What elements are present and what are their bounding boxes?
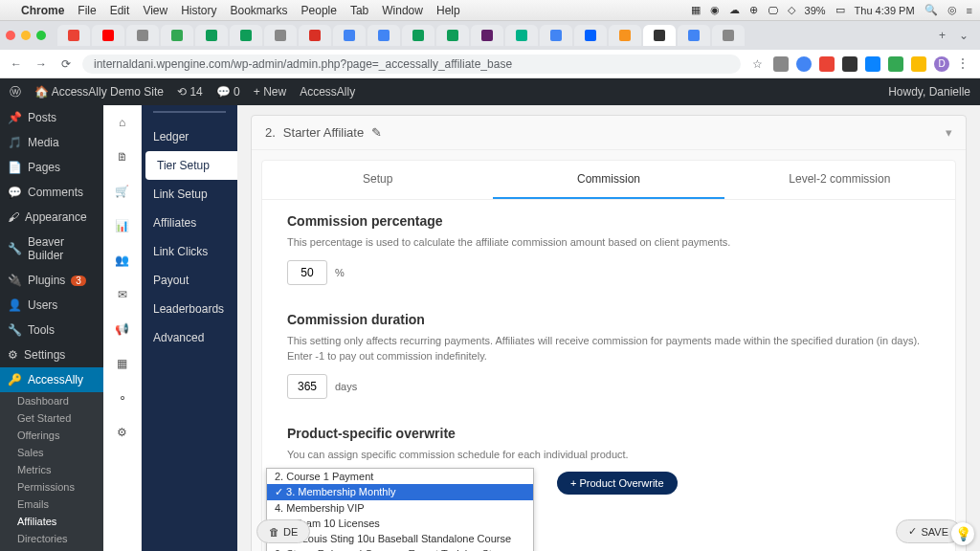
pluginnav-tier-setup[interactable]: Tier Setup <box>145 151 237 180</box>
sidebar-item-comments[interactable]: 💬Comments <box>0 180 103 205</box>
sidebar-item-plugins[interactable]: 🔌Plugins3 <box>0 268 103 293</box>
collapse-icon[interactable]: ▾ <box>946 125 952 140</box>
menu-help[interactable]: Help <box>436 4 460 17</box>
submenu-emails[interactable]: Emails <box>0 496 103 513</box>
window-controls[interactable] <box>6 31 46 40</box>
dropdown-option[interactable]: 4. Membership VIP <box>267 500 533 516</box>
new-link[interactable]: + New <box>254 85 286 99</box>
menu-window[interactable]: Window <box>382 4 423 17</box>
browser-tab[interactable] <box>126 25 159 46</box>
sidebar-item-posts[interactable]: 📌Posts <box>0 105 103 130</box>
browser-tab[interactable] <box>92 25 124 46</box>
forward-button[interactable]: → <box>33 55 50 73</box>
reload-button[interactable]: ⟳ <box>57 55 75 73</box>
app-name[interactable]: Chrome <box>21 4 64 17</box>
accessally-link[interactable]: AccessAlly <box>300 85 355 99</box>
sidebar-item-appearance[interactable]: 🖌Appearance <box>0 205 103 230</box>
dropdown-option[interactable]: ✓ 3. Membership Monthly <box>267 484 533 500</box>
mail-icon[interactable]: ✉ <box>113 285 132 304</box>
ext-icon[interactable] <box>796 56 812 72</box>
commission-percent-input[interactable] <box>287 260 327 285</box>
browser-tab[interactable] <box>57 25 90 46</box>
sidebar-item-pages[interactable]: 📄Pages <box>0 155 103 180</box>
ext-icon[interactable] <box>773 56 789 72</box>
sidebar-item-accessally[interactable]: 🔑 AccessAlly <box>0 367 103 392</box>
browser-tab[interactable] <box>471 25 503 46</box>
browser-tab[interactable] <box>195 25 228 46</box>
browser-tab[interactable] <box>402 25 434 46</box>
gear-icon[interactable]: ⚙ <box>113 423 132 442</box>
menu-bookmarks[interactable]: Bookmarks <box>231 4 288 17</box>
sidebar-item-settings[interactable]: ⚙Settings <box>0 342 103 367</box>
sidebar-item-users[interactable]: 👤Users <box>0 293 103 318</box>
tab-overflow-icon[interactable]: ⌄ <box>953 29 974 42</box>
home-icon[interactable]: ⌂ <box>113 113 132 132</box>
tab-level2[interactable]: Level-2 commission <box>724 161 955 199</box>
pluginnav-link-clicks[interactable]: Link Clicks <box>142 237 237 266</box>
panel-header[interactable]: 2. Starter Affiliate ✎ ▾ <box>252 116 966 150</box>
ext-icon[interactable] <box>911 56 926 72</box>
browser-tab[interactable] <box>505 25 538 46</box>
browser-tab[interactable] <box>299 25 331 46</box>
cart-icon[interactable]: 🛒 <box>113 182 132 201</box>
submenu-metrics[interactable]: Metrics <box>0 461 103 478</box>
pluginnav-ledger[interactable]: Ledger <box>142 122 237 151</box>
submenu-dashboard[interactable]: Dashboard <box>0 392 103 409</box>
commission-days-input[interactable] <box>287 374 327 399</box>
search-icon[interactable]: 🔍 <box>924 4 938 16</box>
profile-icon[interactable]: D <box>934 56 949 72</box>
browser-tab[interactable] <box>264 25 297 46</box>
doc-icon[interactable]: 🗎 <box>113 147 132 166</box>
siri-icon[interactable]: ◎ <box>947 4 957 16</box>
browser-tab[interactable] <box>643 25 676 46</box>
address-bar[interactable]: internaldani.wpengine.com/wp-admin/admin… <box>82 55 741 74</box>
tree-icon[interactable]: ⚬ <box>113 388 132 408</box>
browser-tab[interactable] <box>712 25 745 46</box>
minimize-window-icon[interactable] <box>21 31 31 40</box>
submenu-directories[interactable]: Directories <box>0 530 103 547</box>
browser-tab[interactable] <box>368 25 400 46</box>
tab-commission[interactable]: Commission <box>493 161 724 199</box>
menu-people[interactable]: People <box>301 4 337 17</box>
wp-logo-icon[interactable]: ⓦ <box>10 84 21 100</box>
browser-tab[interactable] <box>161 25 193 46</box>
menu-edit[interactable]: Edit <box>110 4 130 17</box>
menu-view[interactable]: View <box>143 4 167 17</box>
grid-icon[interactable]: ▦ <box>113 354 132 373</box>
menu-file[interactable]: File <box>78 4 96 17</box>
browser-tab[interactable] <box>230 25 262 46</box>
submenu-permissions[interactable]: Permissions <box>0 478 103 496</box>
add-product-overwrite-button[interactable]: + Product Overwrite <box>557 472 678 495</box>
submenu-offerings[interactable]: Offerings <box>0 427 103 444</box>
users-icon[interactable]: 👥 <box>113 251 132 270</box>
pluginnav-affiliates[interactable]: Affiliates <box>142 209 237 237</box>
updates-link[interactable]: ⟲ 14 <box>177 85 203 99</box>
dropdown-option[interactable]: 9. Stage-Released Course - Expert Traini… <box>267 546 533 552</box>
edit-icon[interactable]: ✎ <box>371 125 382 140</box>
browser-tab[interactable] <box>436 25 469 46</box>
submenu-affiliates[interactable]: Affiliates <box>0 513 103 530</box>
ext-icon[interactable] <box>888 56 903 72</box>
ext-icon[interactable] <box>819 56 835 72</box>
browser-tab[interactable] <box>574 25 607 46</box>
close-window-icon[interactable] <box>6 31 15 40</box>
menu-tab[interactable]: Tab <box>350 4 368 17</box>
sidebar-item-beaver-builder[interactable]: 🔧Beaver Builder <box>0 230 103 268</box>
star-icon[interactable]: ☆ <box>748 55 766 73</box>
delete-button[interactable]: 🗑 DE <box>256 519 310 543</box>
submenu-sales[interactable]: Sales <box>0 444 103 461</box>
browser-tab[interactable] <box>333 25 366 46</box>
maximize-window-icon[interactable] <box>36 31 46 40</box>
comments-link[interactable]: 💬 0 <box>216 85 240 99</box>
howdy-link[interactable]: Howdy, Danielle <box>888 85 970 99</box>
submenu-teams[interactable]: Teams <box>0 547 103 551</box>
dropdown-option[interactable]: 2. Course 1 Payment <box>267 469 533 484</box>
sidebar-item-tools[interactable]: 🔧Tools <box>0 318 103 342</box>
back-button[interactable]: ← <box>8 55 25 73</box>
browser-tab[interactable] <box>540 25 572 46</box>
browser-tab[interactable] <box>678 25 710 46</box>
pluginnav-link-setup[interactable]: Link Setup <box>142 180 237 209</box>
new-tab-button[interactable]: + <box>933 29 951 42</box>
horn-icon[interactable]: 📢 <box>113 320 132 339</box>
menu-history[interactable]: History <box>181 4 216 17</box>
